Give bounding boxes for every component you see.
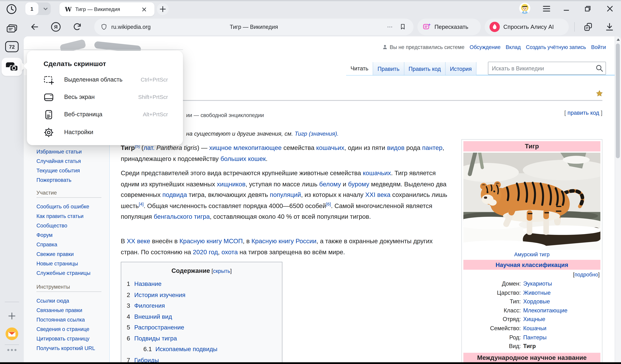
classification-value[interactable]: Хордовые — [523, 297, 600, 306]
wiki-nav-link[interactable]: Справка — [36, 240, 106, 250]
menu-hamburger-icon[interactable] — [542, 3, 551, 14]
classification-value[interactable]: Хищные — [523, 315, 600, 324]
wiki-nav-link[interactable]: Свежие правки — [36, 250, 106, 259]
detail-link-row: [подробно] — [464, 272, 600, 278]
tab-bar: 1 W Тигр — Википедия — [0, 1, 621, 17]
menu-item-settings[interactable]: Настройки — [27, 124, 183, 141]
account-link[interactable]: Вклад — [506, 44, 521, 50]
wiki-nav-heading: Инструменты — [36, 284, 101, 292]
tab-read[interactable]: Читать — [346, 61, 373, 75]
toc-item[interactable]: 2 История изучения — [127, 289, 282, 300]
yandex-services-icon[interactable]: Я — [51, 22, 61, 32]
site-subtitle-fragment: ии — свободной энциклопедии — [186, 112, 264, 118]
classification-header-link[interactable]: Научная классификация — [464, 260, 601, 270]
address-more-icon[interactable]: ••• — [387, 25, 393, 29]
wiki-nav-link[interactable]: Как править статьи — [36, 212, 106, 221]
tiger-photo[interactable] — [464, 153, 601, 250]
mail-icon[interactable] — [6, 327, 18, 340]
wiki-nav-group: Избранные статьиСлучайная статьяТекущие … — [36, 147, 106, 185]
classification-row: Род: Пантеры — [464, 333, 601, 342]
wiki-nav-link[interactable]: Цитировать страницу — [36, 334, 106, 344]
classification-value[interactable]: Пантеры — [523, 333, 600, 342]
scrollbar-up-arrow[interactable] — [617, 38, 620, 41]
history-clock-icon[interactable] — [6, 3, 17, 15]
tab-group-badge[interactable]: 1 — [25, 2, 38, 15]
search-input[interactable] — [488, 62, 606, 75]
account-link[interactable]: Войти — [591, 44, 606, 50]
alice-drop-icon — [489, 22, 500, 32]
rail-plus-icon[interactable] — [7, 311, 17, 321]
shield-icon[interactable] — [101, 23, 107, 31]
download-icon[interactable] — [604, 22, 615, 32]
article-paragraph: В XX веке внесён в Красную книгу МСОП, в… — [121, 236, 449, 257]
tab-close-icon[interactable] — [141, 6, 147, 12]
rail-more-dots-icon[interactable] — [7, 348, 17, 352]
classification-value[interactable]: Эукариоты — [523, 279, 600, 288]
retell-button[interactable]: Пересказать — [417, 19, 481, 35]
browser-tab[interactable]: W Тигр — Википедия — [59, 2, 155, 16]
wiki-nav-link[interactable]: Избранные статьи — [36, 147, 106, 157]
avatar[interactable] — [519, 3, 530, 14]
back-arrow-icon[interactable] — [29, 22, 40, 32]
wiki-nav-link[interactable]: Новые страницы — [36, 259, 106, 269]
url-domain[interactable]: ru.wikipedia.org — [111, 24, 151, 30]
extensions-icon[interactable] — [583, 22, 593, 32]
ask-alice-label: Спросить Алису AI — [503, 24, 554, 30]
wiki-nav-link[interactable]: Сообщить об ошибке — [36, 202, 106, 212]
classification-value[interactable]: Млекопитающие — [523, 306, 600, 315]
toc-title: Содержание [скрыть] — [121, 267, 282, 274]
wiki-nav-group: Сообщить об ошибкеКак править статьиСооб… — [36, 202, 106, 278]
wiki-nav-link[interactable]: Текущие события — [36, 166, 106, 175]
classification-value[interactable]: Кошачьи — [523, 324, 600, 333]
tabs-counter-badge[interactable]: 72 — [5, 41, 19, 52]
bookmark-icon[interactable] — [399, 22, 406, 31]
scrollbar-thumb[interactable] — [616, 44, 620, 158]
account-link[interactable]: Обсуждение — [470, 44, 500, 50]
image-caption-link[interactable]: Амурский тигр — [464, 252, 601, 257]
wiki-tabs: Читать Править Править код История — [346, 62, 476, 75]
account-link[interactable]: Создать учётную запись — [526, 44, 586, 50]
wiki-nav-link[interactable]: Ссылки сюда — [36, 296, 106, 306]
edit-code-link[interactable]: править код — [568, 110, 599, 116]
magnifier-icon[interactable] — [595, 64, 604, 72]
detail-link[interactable]: подробно — [575, 272, 598, 278]
featured-star-icon[interactable] — [596, 90, 603, 97]
menu-item-web-page[interactable]: Веб-страница Alt+PrtScr — [27, 106, 183, 123]
toc-item[interactable]: 4 Внешний вид — [127, 311, 282, 322]
tab-edit-source[interactable]: Править код — [404, 62, 445, 75]
wiki-nav-link[interactable]: Связанные правки — [36, 306, 106, 315]
toc-item[interactable]: 6 Подвиды тигра — [127, 333, 282, 344]
retell-label: Пересказать — [434, 24, 468, 30]
toc-item[interactable]: 5 Распространение — [127, 322, 282, 333]
wiki-nav-link[interactable]: Постоянная ссылка — [36, 315, 106, 325]
address-bar[interactable]: ru.wikipedia.org Тигр — Википедия ••• — [94, 19, 414, 35]
wiki-nav-link[interactable]: Сведения о странице — [36, 325, 106, 334]
classification-value[interactable]: Тигр — [523, 342, 600, 351]
close-window-icon[interactable] — [605, 3, 615, 14]
reload-icon[interactable] — [72, 22, 82, 32]
screenshot-tool-button[interactable] — [1, 58, 22, 76]
restore-window-icon[interactable] — [583, 3, 592, 14]
new-tab-button[interactable] — [157, 3, 169, 15]
chevron-down-icon[interactable] — [42, 5, 49, 12]
wiki-nav-link[interactable]: Сообщество — [36, 221, 106, 231]
tab-edit[interactable]: Править — [373, 62, 404, 75]
wiki-nav-link[interactable]: Служебные страницы — [36, 269, 106, 278]
toc-item[interactable]: 6.1 Ископаемые подвиды — [143, 344, 282, 355]
wiki-nav-link[interactable]: Пожертвовать — [36, 176, 106, 185]
tab-history[interactable]: История — [445, 62, 476, 75]
toc-hide-link[interactable]: скрыть — [213, 268, 230, 274]
ask-alice-button[interactable]: Спросить Алису AI — [485, 19, 569, 35]
wiki-nav-link[interactable]: Случайная статья — [36, 157, 106, 166]
cards-icon[interactable] — [6, 24, 18, 35]
classification-value[interactable]: Животные — [523, 288, 600, 297]
toc-item[interactable]: 1 Название — [127, 278, 282, 289]
wiki-nav-link[interactable]: Получить короткий URL — [36, 344, 106, 352]
wiki-account-bar: Вы не представились системе ОбсуждениеВк… — [382, 44, 606, 50]
menu-item-full-screen[interactable]: Весь экран Shift+PrtScr — [27, 89, 183, 106]
menu-item-selected-area[interactable]: Выделенная область Ctrl+PrtScr — [27, 71, 183, 89]
tab-group-control[interactable]: 1 — [25, 2, 51, 15]
minimize-icon[interactable] — [562, 3, 571, 14]
wiki-nav-link[interactable]: Форум — [36, 231, 106, 240]
toc-item[interactable]: 3 Филогения — [127, 300, 282, 311]
